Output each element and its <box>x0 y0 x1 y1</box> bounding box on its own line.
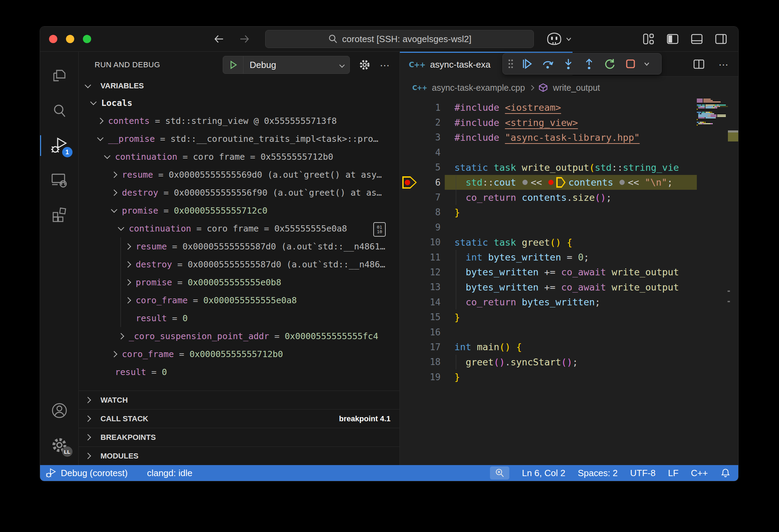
chevron-down-icon[interactable] <box>642 55 651 73</box>
minimap[interactable] <box>697 99 728 465</box>
zoom-indicator[interactable] <box>490 466 509 480</box>
continue-icon[interactable] <box>518 55 536 73</box>
sidebar-item-extensions[interactable] <box>40 197 79 232</box>
variable-row[interactable]: Locals <box>79 94 400 112</box>
variable-row[interactable]: coro_frame = 0x000055555555e0a8 <box>79 291 400 309</box>
section-breakpoints[interactable]: BREAKPOINTS <box>79 428 400 446</box>
debug-status-label[interactable]: Debug (corotest) <box>61 468 128 479</box>
notifications-bell-icon[interactable] <box>720 468 731 478</box>
code-line-5[interactable]: 5static task write_output(std::string_vi… <box>400 160 738 175</box>
variables-section-header[interactable]: VARIABLES <box>79 78 400 94</box>
maximize-button[interactable] <box>83 35 91 43</box>
variable-row[interactable]: continuation = coro frame = 0x5555555712… <box>79 148 400 166</box>
sidebar-item-run-and-debug[interactable]: 1 <box>40 128 79 163</box>
debug-settings-gear-icon[interactable] <box>358 58 371 71</box>
sidebar-item-explorer[interactable] <box>40 59 79 94</box>
variable-row[interactable]: coro_frame = 0x00005555555712b0 <box>79 345 400 363</box>
toolbar-drag-handle[interactable] <box>506 55 515 73</box>
code-line-1[interactable]: 1#include <iostream> <box>400 100 738 115</box>
inline-breakpoint-candidate-icon[interactable] <box>522 180 528 185</box>
code-line-15[interactable]: 15} <box>400 309 738 324</box>
split-editor-icon[interactable] <box>692 57 706 71</box>
variable-row[interactable]: promise = 0x000055555555e0b8 <box>79 273 400 291</box>
section-modules[interactable]: MODULES <box>79 446 400 465</box>
code-line-18[interactable]: 18 greet().syncStart(); <box>400 355 738 370</box>
code-line-17[interactable]: 17int main() { <box>400 339 738 354</box>
current-position-marker-icon[interactable] <box>556 177 566 188</box>
toggle-secondary-sidebar-icon[interactable] <box>714 32 728 46</box>
toggle-primary-sidebar-icon[interactable] <box>666 32 680 46</box>
customize-layout-icon[interactable] <box>642 32 655 46</box>
variable-row[interactable]: promise = 0x00005555555712c0 <box>79 201 400 219</box>
code-line-14[interactable]: 14 co_return bytes_written; <box>400 295 738 309</box>
indentation[interactable]: Spaces: 2 <box>578 468 618 479</box>
code-line-3[interactable]: 3#include "async-task-library.hpp" <box>400 130 738 145</box>
stop-icon[interactable] <box>622 55 639 73</box>
language-mode[interactable]: C++ <box>691 468 708 479</box>
code-line-7[interactable]: 7 co_return contents.size(); <box>400 190 738 205</box>
copilot-menu[interactable] <box>546 32 573 46</box>
variable-row[interactable]: result = 0 <box>79 363 400 381</box>
inline-breakpoint-icon[interactable] <box>548 180 554 185</box>
code-line-10[interactable]: 10static task greet() { <box>400 235 738 250</box>
variable-row[interactable]: resume = 0x00005555555569d0 (a.out`greet… <box>79 166 400 184</box>
code-line-16[interactable]: 16 <box>400 325 738 339</box>
variable-row[interactable]: resume = 0x00005555555587d0 (a.out`std::… <box>79 237 400 255</box>
inline-breakpoint-candidate-icon[interactable] <box>619 180 625 185</box>
sidebar-item-remote-explorer[interactable] <box>40 163 79 197</box>
code-line-19[interactable]: 19} <box>400 370 738 384</box>
code-line-11[interactable]: 11 int bytes_written = 0; <box>400 250 738 265</box>
step-over-icon[interactable] <box>539 55 557 73</box>
current-frame-breakpoint-icon[interactable] <box>402 176 417 189</box>
more-actions-icon[interactable] <box>379 59 391 71</box>
chevron-icon[interactable] <box>111 171 117 178</box>
variable-row[interactable]: result = 0 <box>79 309 400 327</box>
back-icon[interactable] <box>212 32 226 46</box>
overview-ruler[interactable] <box>728 99 738 465</box>
accounts-button[interactable] <box>40 393 79 428</box>
more-actions-icon[interactable] <box>718 58 729 70</box>
code-editor[interactable]: 1#include <iostream>2#include <string_vi… <box>400 99 738 465</box>
chevron-icon[interactable] <box>118 333 124 339</box>
variable-row[interactable]: __promise = std::__coroutine_traits_impl… <box>79 130 400 148</box>
launch-config-select[interactable]: Debug <box>223 56 350 74</box>
code-line-2[interactable]: 2#include <string_view> <box>400 115 738 130</box>
clangd-status[interactable]: clangd: idle <box>147 468 193 479</box>
chevron-icon[interactable] <box>125 261 131 267</box>
code-line-4[interactable]: 4 <box>400 145 738 160</box>
variable-row[interactable]: contents = std::string_view @ 0x55555557… <box>79 112 400 130</box>
close-button[interactable] <box>49 35 57 43</box>
binary-view-icon[interactable] <box>373 222 386 237</box>
forward-icon[interactable] <box>238 32 251 46</box>
chevron-icon[interactable] <box>125 279 131 285</box>
command-center[interactable]: corotest [SSH: avogelsges-wsl2] <box>265 30 534 48</box>
section-call-stack[interactable]: CALL STACKbreakpoint 4.1 <box>79 409 400 428</box>
chevron-icon[interactable] <box>125 243 131 249</box>
breakpoint-gutter[interactable] <box>400 176 419 189</box>
chevron-icon[interactable] <box>97 118 103 124</box>
code-line-6[interactable]: 6 std::cout << contents << "\n"; <box>400 175 738 190</box>
step-into-icon[interactable] <box>559 55 577 73</box>
code-line-8[interactable]: 8} <box>400 205 738 220</box>
minimize-button[interactable] <box>66 35 74 43</box>
chevron-icon[interactable] <box>111 206 117 213</box>
chevron-icon[interactable] <box>90 99 96 105</box>
cursor-position[interactable]: Ln 6, Col 2 <box>522 468 565 479</box>
chevron-icon[interactable] <box>111 189 117 196</box>
sidebar-item-search[interactable] <box>40 94 79 128</box>
variable-row[interactable]: _coro_suspension_point_addr = 0x00005555… <box>79 327 400 345</box>
eol[interactable]: LF <box>668 468 679 479</box>
code-line-13[interactable]: 13 bytes_written += co_await write_outpu… <box>400 280 738 295</box>
start-debug-icon[interactable] <box>223 56 243 73</box>
encoding[interactable]: UTF-8 <box>630 468 656 479</box>
chevron-icon[interactable] <box>111 351 117 357</box>
code-line-9[interactable]: 9 <box>400 220 738 235</box>
chevron-icon[interactable] <box>125 297 131 303</box>
settings-button[interactable]: LL <box>40 428 79 462</box>
breadcrumb-symbol[interactable]: write_output <box>553 83 600 93</box>
section-watch[interactable]: WATCH <box>79 391 400 409</box>
variable-row[interactable]: destroy = 0x00005555555587d0 (a.out`std:… <box>79 255 400 273</box>
chevron-icon[interactable] <box>104 152 110 159</box>
variable-row[interactable]: continuation = coro frame = 0x55555555e0… <box>79 219 400 237</box>
step-out-icon[interactable] <box>580 55 598 73</box>
